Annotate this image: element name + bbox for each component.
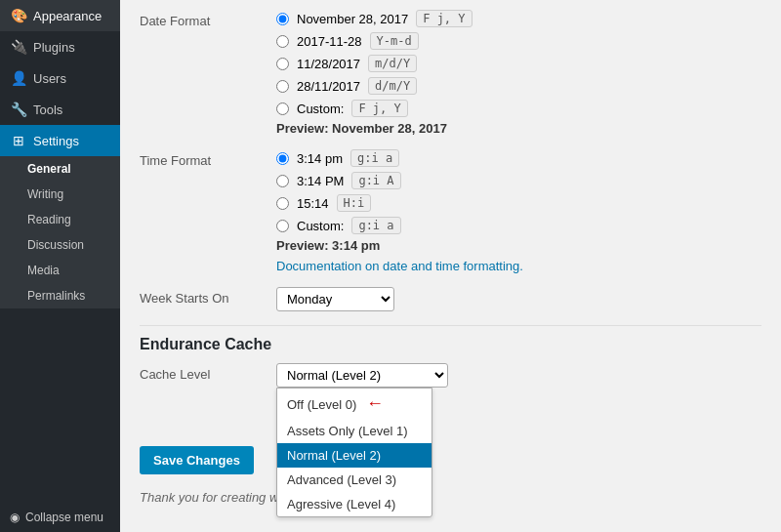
date-tag-1: Y-m-d [370, 32, 419, 50]
red-arrow-icon: ← [366, 393, 384, 413]
date-display-3: 28/11/2017 [297, 79, 360, 94]
time-preview: Preview: 3:14 pm [276, 238, 761, 253]
time-radio-2[interactable] [276, 197, 289, 210]
date-radio-custom[interactable] [276, 102, 289, 115]
submenu-media[interactable]: Media [0, 258, 120, 283]
appearance-icon: 🎨 [10, 8, 27, 23]
time-tag-0: g:i a [350, 149, 399, 167]
sidebar-item-users[interactable]: 👤 Users [0, 62, 120, 94]
sidebar-item-label: Users [33, 71, 66, 86]
date-format-row: Date Format November 28, 2017 F j, Y 201… [140, 10, 761, 136]
time-radio-custom[interactable] [276, 220, 289, 232]
submenu-reading[interactable]: Reading [0, 207, 120, 232]
date-preview-value: November 28, 2017 [332, 121, 447, 136]
date-format-content: November 28, 2017 F j, Y 2017-11-28 Y-m-… [276, 10, 761, 136]
date-option-3: 28/11/2017 d/m/Y [276, 77, 761, 95]
date-radio-0[interactable] [276, 13, 289, 25]
save-section: Save Changes [140, 446, 761, 474]
time-preview-label: Preview: [276, 238, 332, 253]
collapse-icon: ◉ [10, 511, 20, 524]
sidebar-item-tools[interactable]: 🔧 Tools [0, 94, 120, 125]
week-starts-row: Week Starts On Sunday Monday Tuesday Wed… [140, 287, 761, 311]
date-tag-3: d/m/Y [368, 77, 417, 95]
thank-you-text: Thank you for creating with WordPress. [140, 490, 761, 505]
submenu-writing[interactable]: Writing [0, 182, 120, 207]
week-starts-label: Week Starts On [140, 287, 276, 306]
sidebar-item-plugins[interactable]: 🔌 Plugins [0, 31, 120, 62]
time-format-content: 3:14 pm g:i a 3:14 PM g:i A 15:14 H:i Cu… [276, 149, 761, 273]
cache-level-content: Off (Level 0) Assets Only (Level 1) Norm… [276, 363, 761, 388]
users-icon: 👤 [10, 70, 27, 86]
cache-option-2[interactable]: Normal (Level 2) [277, 443, 432, 468]
time-display-1: 3:14 PM [297, 174, 344, 188]
cache-level-label: Cache Level [140, 363, 276, 382]
week-starts-content: Sunday Monday Tuesday Wednesday Thursday… [276, 287, 761, 311]
sidebar-item-appearance[interactable]: 🎨 Appearance [0, 0, 120, 31]
cache-level-dropdown: Off (Level 0) Assets Only (Level 1) Norm… [276, 363, 761, 388]
cache-dropdown-menu: Off (Level 0) ← Assets Only (Level 1) No… [276, 388, 432, 517]
settings-icon: ⊞ [10, 133, 27, 148]
date-tag-2: m/d/Y [368, 55, 417, 72]
endurance-cache-heading: Endurance Cache [140, 336, 761, 353]
submenu-general[interactable]: General [0, 156, 120, 182]
time-radio-1[interactable] [276, 175, 289, 187]
date-format-options: November 28, 2017 F j, Y 2017-11-28 Y-m-… [276, 10, 761, 117]
cache-option-1[interactable]: Assets Only (Level 1) [277, 419, 432, 443]
date-tag-0: F j, Y [416, 10, 472, 27]
thank-you-static: Thank you for creating with [140, 490, 292, 505]
time-tag-custom: g:i a [351, 217, 400, 234]
time-format-options: 3:14 pm g:i a 3:14 PM g:i A 15:14 H:i Cu… [276, 149, 761, 234]
save-button[interactable]: Save Changes [140, 446, 254, 474]
sidebar-item-settings[interactable]: ⊞ Settings [0, 125, 120, 156]
submenu-permalinks[interactable]: Permalinks [0, 283, 120, 308]
date-option-custom: Custom: F j, Y [276, 100, 761, 117]
time-option-1: 3:14 PM g:i A [276, 172, 761, 189]
cache-level-select[interactable]: Off (Level 0) Assets Only (Level 1) Norm… [276, 363, 448, 388]
cache-option-3[interactable]: Advanced (Level 3) [277, 468, 432, 492]
time-display-2: 15:14 [297, 196, 329, 211]
cache-option-0[interactable]: Off (Level 0) ← [277, 389, 432, 419]
collapse-label: Collapse menu [25, 511, 103, 524]
date-display-1: 2017-11-28 [297, 34, 362, 49]
date-radio-3[interactable] [276, 80, 289, 93]
cache-option-4[interactable]: Agressive (Level 4) [277, 492, 432, 516]
sidebar-item-label: Appearance [33, 9, 102, 23]
section-divider [140, 325, 761, 326]
plugins-icon: 🔌 [10, 39, 27, 55]
doc-link[interactable]: Documentation on date and time formattin… [276, 259, 523, 273]
main-content: Date Format November 28, 2017 F j, Y 201… [120, 0, 781, 532]
time-display-custom: Custom: [297, 219, 344, 233]
date-option-0: November 28, 2017 F j, Y [276, 10, 761, 27]
sidebar-item-label: Plugins [33, 40, 75, 55]
date-option-1: 2017-11-28 Y-m-d [276, 32, 761, 50]
sidebar: 🎨 Appearance 🔌 Plugins 👤 Users 🔧 Tools ⊞… [0, 0, 120, 532]
time-tag-1: g:i A [351, 172, 400, 189]
time-display-0: 3:14 pm [297, 151, 343, 166]
time-option-2: 15:14 H:i [276, 194, 761, 212]
date-radio-2[interactable] [276, 58, 289, 70]
date-tag-custom: F j, Y [351, 100, 407, 117]
time-preview-value: 3:14 pm [332, 238, 380, 253]
time-format-row: Time Format 3:14 pm g:i a 3:14 PM g:i A … [140, 149, 761, 273]
time-format-label: Time Format [140, 149, 276, 168]
time-option-0: 3:14 pm g:i a [276, 149, 761, 167]
time-tag-2: H:i [337, 194, 372, 212]
cache-level-row: Cache Level Off (Level 0) Assets Only (L… [140, 363, 761, 388]
tools-icon: 🔧 [10, 102, 27, 117]
sidebar-item-label: Tools [33, 102, 62, 117]
week-starts-select[interactable]: Sunday Monday Tuesday Wednesday Thursday… [276, 287, 394, 311]
cache-select-wrapper: Off (Level 0) Assets Only (Level 1) Norm… [276, 363, 761, 388]
date-preview: Preview: November 28, 2017 [276, 121, 761, 136]
settings-submenu: General Writing Reading Discussion Media… [0, 156, 120, 308]
sidebar-item-label: Settings [33, 134, 79, 148]
date-display-custom: Custom: [297, 102, 344, 116]
time-option-custom: Custom: g:i a [276, 217, 761, 234]
date-format-label: Date Format [140, 10, 276, 28]
time-radio-0[interactable] [276, 152, 289, 165]
date-option-2: 11/28/2017 m/d/Y [276, 55, 761, 72]
submenu-discussion[interactable]: Discussion [0, 232, 120, 258]
date-preview-label: Preview: [276, 121, 332, 136]
collapse-menu-button[interactable]: ◉ Collapse menu [0, 503, 120, 532]
date-radio-1[interactable] [276, 35, 289, 48]
date-display-2: 11/28/2017 [297, 57, 360, 71]
